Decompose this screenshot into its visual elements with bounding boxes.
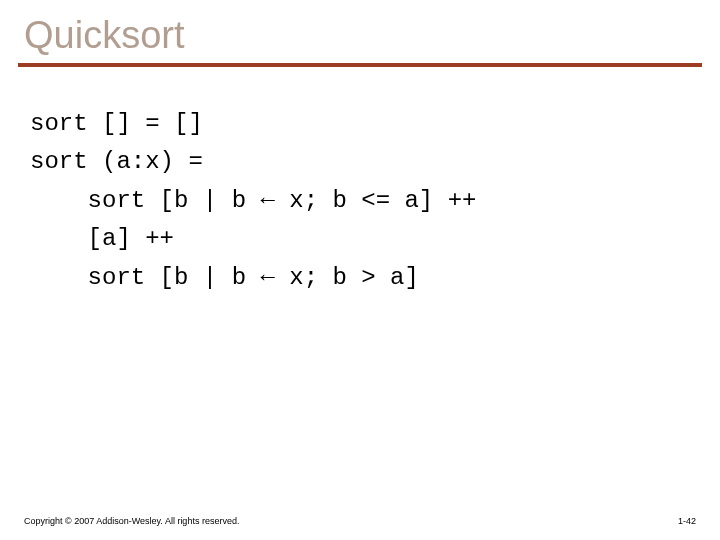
code-line: sort [b | b ← x; b > a] — [30, 264, 419, 291]
copyright-text: Copyright © 2007 Addison-Wesley. All rig… — [24, 516, 239, 526]
code-line: sort (a:x) = — [30, 148, 203, 175]
code-block: sort [] = [] sort (a:x) = sort [b | b ← … — [0, 67, 720, 297]
slide-title: Quicksort — [0, 0, 720, 63]
code-line: sort [] = [] — [30, 110, 203, 137]
slide: Quicksort sort [] = [] sort (a:x) = sort… — [0, 0, 720, 540]
footer: Copyright © 2007 Addison-Wesley. All rig… — [24, 516, 696, 526]
code-line: sort [b | b ← x; b <= a] ++ — [30, 187, 476, 214]
page-number: 1-42 — [678, 516, 696, 526]
code-line: [a] ++ — [30, 225, 174, 252]
